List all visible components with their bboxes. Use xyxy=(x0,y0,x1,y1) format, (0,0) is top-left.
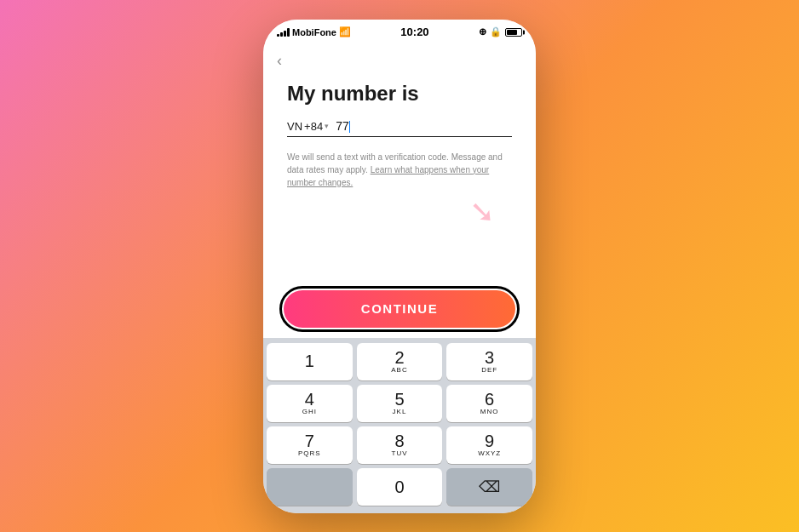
key-3[interactable]: 3 DEF xyxy=(446,343,532,380)
key-2[interactable]: 2 ABC xyxy=(357,343,443,380)
status-right: ⊕ 🔒 xyxy=(479,26,522,37)
phone-input-row: VN +84 ▾ 77 xyxy=(287,119,512,137)
info-text: We will send a text with a verification … xyxy=(287,151,512,189)
back-button[interactable]: ‹ xyxy=(263,43,536,73)
country-selector[interactable]: VN +84 ▾ xyxy=(287,120,329,133)
key-5[interactable]: 5 JKL xyxy=(357,385,443,422)
arrow-down-right-icon: ➘ xyxy=(469,194,495,230)
country-code: +84 xyxy=(304,120,323,133)
key-8[interactable]: 8 TUV xyxy=(357,426,443,464)
carrier-name: MobiFone xyxy=(292,27,336,37)
continue-button[interactable]: CONTINUE xyxy=(284,290,515,328)
keyboard-row-3: 7 PQRS 8 TUV 9 WXYZ xyxy=(267,426,532,464)
delete-icon: ⌫ xyxy=(479,478,500,496)
arrow-container: ➘ xyxy=(287,194,512,230)
wifi-icon: 📶 xyxy=(339,26,351,37)
key-4[interactable]: 4 GHI xyxy=(267,385,353,422)
lock-icon: 🔒 xyxy=(490,26,502,37)
key-6[interactable]: 6 MNO xyxy=(446,385,532,422)
key-delete[interactable]: ⌫ xyxy=(446,468,532,506)
key-9[interactable]: 9 WXYZ xyxy=(446,426,532,464)
phone-frame: MobiFone 📶 10:20 ⊕ 🔒 ‹ My number is VN +… xyxy=(263,20,536,513)
page-title: My number is xyxy=(287,82,512,106)
key-1[interactable]: 1 xyxy=(267,343,353,380)
time-display: 10:20 xyxy=(400,26,428,38)
status-left: MobiFone 📶 xyxy=(277,26,351,37)
keyboard-row-4: 0 ⌫ xyxy=(267,468,532,506)
alarm-icon: ⊕ xyxy=(479,26,486,37)
keyboard-row-1: 1 2 ABC 3 DEF xyxy=(267,343,532,380)
dropdown-arrow-icon: ▾ xyxy=(325,122,329,130)
signal-icon xyxy=(277,28,290,37)
content-area: ‹ My number is VN +84 ▾ 77 We will send … xyxy=(263,43,536,338)
text-cursor xyxy=(349,121,351,133)
key-7[interactable]: 7 PQRS xyxy=(267,426,353,464)
continue-button-wrap: CONTINUE xyxy=(263,290,536,338)
keyboard-row-2: 4 GHI 5 JKL 6 MNO xyxy=(267,385,532,422)
keyboard: 1 2 ABC 3 DEF 4 GHI 5 JKL 6 MNO xyxy=(263,338,536,513)
form-section: My number is VN +84 ▾ 77 We will send a … xyxy=(263,73,536,290)
status-bar: MobiFone 📶 10:20 ⊕ 🔒 xyxy=(263,20,536,43)
key-0[interactable]: 0 xyxy=(357,468,443,506)
key-empty xyxy=(267,468,353,506)
country-flag: VN xyxy=(287,120,302,133)
phone-number-display[interactable]: 77 xyxy=(336,119,350,133)
battery-icon xyxy=(505,28,522,37)
